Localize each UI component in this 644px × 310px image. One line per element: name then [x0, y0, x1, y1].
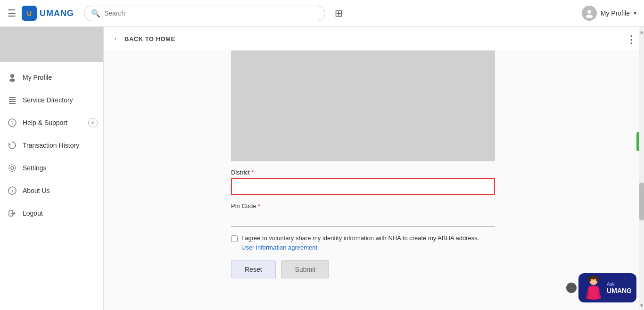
sidebar: My Profile Service Directory ? Help & Su…	[0, 27, 104, 310]
pincode-label: Pin Code *	[231, 202, 495, 209]
chevron-down-icon: ▾	[634, 10, 636, 17]
filter-icon-button[interactable]: ⊞	[335, 8, 343, 19]
ask-umang-widget[interactable]: − Ask UMANG	[566, 273, 636, 302]
settings-icon	[8, 163, 17, 173]
agreement-text: I agree to voluntary share my identity i…	[241, 235, 479, 242]
sidebar-menu: My Profile Service Directory ? Help & Su…	[0, 62, 103, 228]
search-input[interactable]	[104, 9, 318, 17]
district-input[interactable]	[231, 178, 495, 195]
scroll-arrow-up[interactable]: ▲	[639, 27, 644, 36]
sidebar-item-help-support[interactable]: ? Help & Support +	[0, 111, 103, 134]
svg-point-4	[10, 74, 14, 78]
profile-icon	[8, 73, 17, 82]
svg-rect-6	[9, 97, 16, 98]
svg-rect-7	[9, 99, 16, 100]
ask-umang-bubble[interactable]: Ask UMANG	[578, 273, 636, 302]
avatar	[582, 6, 597, 21]
main-content: ← BACK TO HOME ⋮ District * Pin Code *	[104, 27, 644, 310]
more-options-button[interactable]: ⋮	[626, 34, 636, 45]
sidebar-item-my-profile[interactable]: My Profile	[0, 66, 103, 89]
sidebar-label-my-profile: My Profile	[23, 74, 52, 81]
agreement-row: I agree to voluntary share my identity i…	[231, 235, 495, 251]
ask-umang-character	[583, 276, 604, 300]
svg-point-22	[588, 277, 591, 282]
search-icon: 🔍	[91, 9, 100, 18]
help-support-icon: ?	[8, 118, 17, 127]
reset-button[interactable]: Reset	[231, 260, 276, 278]
svg-point-23	[596, 277, 599, 282]
sidebar-label-settings: Settings	[23, 164, 47, 172]
sidebar-banner	[0, 27, 103, 62]
svg-text:i: i	[12, 188, 13, 193]
ask-umang-text: Ask UMANG	[607, 282, 632, 294]
pincode-input[interactable]	[231, 211, 495, 227]
umang-label: UMANG	[607, 287, 632, 294]
scroll-arrow-down[interactable]: ▼	[639, 301, 644, 310]
agreement-checkbox[interactable]	[231, 235, 238, 242]
form-image-placeholder	[231, 50, 495, 161]
back-to-home-button[interactable]: ← BACK TO HOME	[104, 27, 644, 50]
logo-icon: U	[22, 6, 37, 21]
svg-text:U: U	[27, 10, 32, 17]
buttons-row: Reset Submit	[231, 260, 495, 278]
body-area: My Profile Service Directory ? Help & Su…	[0, 27, 644, 310]
svg-point-3	[586, 15, 593, 18]
hamburger-icon[interactable]: ☰	[8, 8, 16, 19]
transaction-history-icon	[8, 141, 17, 150]
logout-icon	[8, 209, 17, 218]
sidebar-item-settings[interactable]: Settings	[0, 157, 103, 179]
sidebar-item-logout[interactable]: Logout	[0, 202, 103, 225]
scroll-thumb[interactable]	[639, 183, 644, 220]
pincode-field-group: Pin Code *	[231, 202, 495, 227]
sidebar-label-about-us: About Us	[23, 187, 50, 194]
district-label: District *	[231, 169, 495, 176]
search-bar[interactable]: 🔍	[84, 6, 325, 21]
svg-point-5	[9, 79, 15, 82]
profile-label: My Profile	[601, 9, 630, 17]
form-area: District * Pin Code * I agree to volunta…	[104, 50, 644, 297]
back-arrow-icon: ←	[113, 34, 121, 43]
submit-button[interactable]: Submit	[281, 260, 330, 278]
back-label: BACK TO HOME	[124, 35, 175, 42]
svg-rect-9	[9, 103, 16, 104]
logo-text: UMANG	[40, 8, 74, 18]
expand-help-support-button[interactable]: +	[88, 118, 98, 127]
scroll-track: ▲ ▼	[639, 27, 644, 310]
green-accent-bar	[636, 132, 639, 151]
svg-point-13	[9, 165, 16, 171]
svg-point-12	[11, 167, 14, 169]
ask-umang-close-button[interactable]: −	[566, 283, 577, 293]
ask-label: Ask	[607, 282, 632, 287]
district-field-group: District *	[231, 169, 495, 195]
svg-point-2	[587, 10, 591, 14]
svg-rect-8	[9, 101, 16, 102]
profile-area[interactable]: My Profile ▾	[582, 6, 636, 21]
sidebar-label-help-support: Help & Support	[23, 119, 67, 126]
sidebar-label-transaction-history: Transaction History	[23, 142, 79, 149]
sidebar-label-service-directory: Service Directory	[23, 96, 73, 104]
agreement-link[interactable]: User information agreement	[241, 244, 495, 251]
sidebar-item-service-directory[interactable]: Service Directory	[0, 89, 103, 111]
service-directory-icon	[8, 95, 17, 105]
sidebar-item-transaction-history[interactable]: Transaction History	[0, 134, 103, 157]
svg-text:?: ?	[11, 120, 14, 126]
about-us-icon: i	[8, 186, 17, 195]
svg-point-24	[593, 279, 594, 280]
sidebar-label-logout: Logout	[23, 209, 43, 217]
header: ☰ U UMANG 🔍 ⊞ My Profile ▾	[0, 0, 644, 27]
logo-area: U UMANG	[22, 6, 78, 21]
sidebar-item-about-us[interactable]: i About Us	[0, 179, 103, 202]
